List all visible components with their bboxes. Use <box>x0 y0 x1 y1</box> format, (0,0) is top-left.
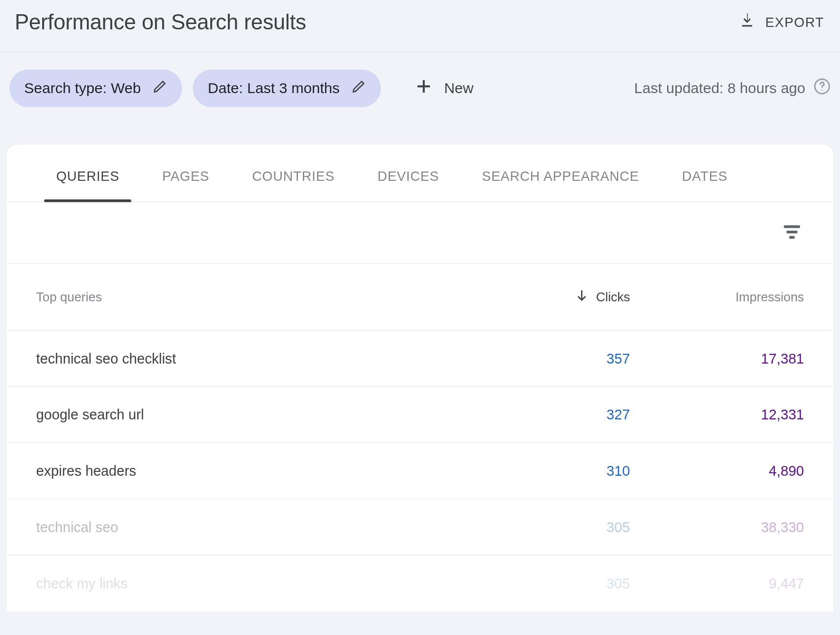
new-filter-label: New <box>444 80 473 98</box>
svg-rect-2 <box>784 225 800 228</box>
tab-search-appearance[interactable]: SEARCH APPEARANCE <box>479 165 642 201</box>
plus-icon <box>415 77 433 99</box>
column-label: Impressions <box>736 290 804 304</box>
export-button[interactable]: EXPORT <box>737 8 825 37</box>
cell-query: expires headers <box>36 463 456 479</box>
cell-clicks: 310 <box>456 463 630 479</box>
table-toolbar <box>7 202 834 264</box>
export-label: EXPORT <box>766 15 824 30</box>
sort-desc-icon <box>574 288 589 306</box>
queries-card: QUERIES PAGES COUNTRIES DEVICES SEARCH A… <box>7 145 834 611</box>
tabs: QUERIES PAGES COUNTRIES DEVICES SEARCH A… <box>7 145 834 202</box>
svg-rect-4 <box>790 236 795 239</box>
cell-clicks: 357 <box>456 350 630 366</box>
download-icon <box>739 12 756 33</box>
filter-icon <box>781 234 803 244</box>
filter-bar: Search type: Web Date: Last 3 months New… <box>0 52 840 145</box>
cell-clicks: 305 <box>456 519 630 535</box>
column-label: Clicks <box>596 290 630 304</box>
svg-rect-3 <box>787 231 797 233</box>
table-row[interactable]: expires headers 310 4,890 <box>7 443 834 499</box>
help-icon[interactable] <box>814 77 831 99</box>
chip-label: Date: Last 3 months <box>208 80 340 98</box>
tab-label: DATES <box>682 169 727 183</box>
column-header-clicks[interactable]: Clicks <box>456 288 630 306</box>
tab-label: COUNTRIES <box>252 169 335 183</box>
cell-impressions: 38,330 <box>630 519 804 535</box>
tab-label: SEARCH APPEARANCE <box>482 169 639 183</box>
tab-devices[interactable]: DEVICES <box>375 165 442 201</box>
column-header-impressions[interactable]: Impressions <box>630 290 804 304</box>
table-filter-button[interactable] <box>777 217 807 248</box>
cell-query: technical seo <box>36 519 456 535</box>
tab-label: DEVICES <box>377 169 439 183</box>
pencil-icon <box>153 79 168 98</box>
cell-query: check my links <box>36 576 456 592</box>
cell-clicks: 305 <box>456 576 630 592</box>
tab-label: QUERIES <box>56 169 120 183</box>
tab-countries[interactable]: COUNTRIES <box>249 165 337 201</box>
last-updated: Last updated: 8 hours ago <box>634 77 831 99</box>
tab-dates[interactable]: DATES <box>679 165 730 201</box>
page-header: Performance on Search results EXPORT <box>0 0 840 52</box>
table-row[interactable]: google search url 327 12,331 <box>7 387 834 443</box>
filter-chip-search-type[interactable]: Search type: Web <box>9 70 182 107</box>
pencil-icon <box>352 79 367 98</box>
cell-query: google search url <box>36 407 456 423</box>
cell-impressions: 17,381 <box>630 350 804 366</box>
last-updated-text: Last updated: 8 hours ago <box>634 80 805 98</box>
chip-label: Search type: Web <box>24 80 141 98</box>
column-header-queries[interactable]: Top queries <box>36 290 456 304</box>
tab-queries[interactable]: QUERIES <box>53 165 122 201</box>
cell-clicks: 327 <box>456 407 630 423</box>
table-row[interactable]: check my links 305 9,447 <box>7 556 834 612</box>
table-row[interactable]: technical seo checklist 357 17,381 <box>7 331 834 387</box>
cell-query: technical seo checklist <box>36 350 456 366</box>
cell-impressions: 9,447 <box>630 576 804 592</box>
cell-impressions: 12,331 <box>630 407 804 423</box>
add-filter-button[interactable]: New <box>405 77 483 99</box>
table-header: Top queries Clicks Impressions <box>7 264 834 331</box>
tab-pages[interactable]: PAGES <box>159 165 212 201</box>
tab-label: PAGES <box>162 169 209 183</box>
svg-point-1 <box>821 89 822 90</box>
table-row[interactable]: technical seo 305 38,330 <box>7 499 834 556</box>
cell-impressions: 4,890 <box>630 463 804 479</box>
page-title: Performance on Search results <box>15 10 306 35</box>
filter-chip-date[interactable]: Date: Last 3 months <box>193 70 381 107</box>
